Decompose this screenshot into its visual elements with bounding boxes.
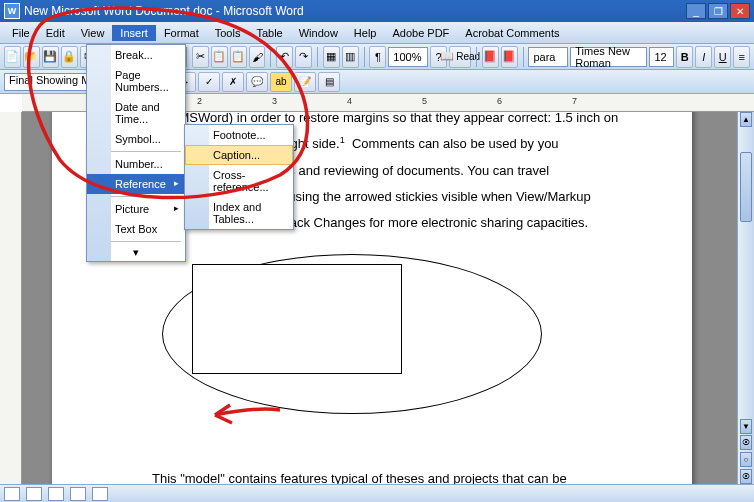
format-painter-button[interactable]: 🖌 (249, 46, 266, 68)
menu-window[interactable]: Window (291, 25, 346, 41)
show-marks-button[interactable]: ¶ (369, 46, 386, 68)
insert-menu-dropdown: Break... Page Numbers... Date and Time..… (86, 44, 186, 262)
new-doc-button[interactable]: 📄 (4, 46, 21, 68)
insert-date-time[interactable]: Date and Time... (87, 97, 185, 129)
insert-expand[interactable]: ▾ (87, 244, 185, 261)
window-title: New Microsoft Word Document.doc - Micros… (24, 4, 686, 18)
menu-file[interactable]: File (4, 25, 38, 41)
menu-tools[interactable]: Tools (207, 25, 249, 41)
ruler-mark: 3 (272, 96, 277, 106)
menu-acrobat-comments[interactable]: Acrobat Comments (457, 25, 567, 41)
doc-text: This "model" contains features typical o… (152, 471, 567, 484)
zoom-combo[interactable]: 100% (388, 47, 428, 67)
titlebar: W New Microsoft Word Document.doc - Micr… (0, 0, 754, 22)
insert-reference[interactable]: Reference (87, 174, 185, 194)
footnote-marker: 1 (340, 135, 345, 145)
menu-view[interactable]: View (73, 25, 113, 41)
ruler-mark: 6 (497, 96, 502, 106)
rectangle-shape[interactable] (192, 264, 402, 374)
next-page-button[interactable]: ⦿ (740, 469, 752, 484)
reject-button[interactable]: ✗ (222, 72, 244, 92)
print-view-button[interactable] (48, 487, 64, 501)
italic-button[interactable]: I (695, 46, 712, 68)
normal-view-button[interactable] (4, 487, 20, 501)
read-button[interactable]: 📖Read (449, 46, 471, 68)
ref-cross-reference[interactable]: Cross-reference... (185, 165, 293, 197)
insert-number[interactable]: Number... (87, 154, 185, 174)
ruler-mark: 4 (347, 96, 352, 106)
cut-button[interactable]: ✂ (192, 46, 209, 68)
copy-button[interactable]: 📋 (211, 46, 228, 68)
ruler-mark: 2 (197, 96, 202, 106)
ref-footnote[interactable]: Footnote... (185, 125, 293, 145)
statusbar (0, 484, 754, 502)
browse-object-button[interactable]: ○ (740, 452, 752, 467)
insert-symbol[interactable]: Symbol... (87, 129, 185, 149)
pdf-button[interactable]: 📕 (482, 46, 499, 68)
style-combo[interactable]: para (528, 47, 568, 67)
menu-insert[interactable]: Insert (112, 25, 156, 41)
save-button[interactable]: 💾 (42, 46, 59, 68)
minimize-button[interactable]: _ (686, 3, 706, 19)
doc-text: Comments can also be used by you (352, 136, 559, 151)
font-combo[interactable]: Times New Roman (570, 47, 647, 67)
scroll-up-arrow[interactable]: ▲ (740, 112, 752, 127)
columns-button[interactable]: ▥ (342, 46, 359, 68)
insert-break[interactable]: Break... (87, 45, 185, 65)
app-icon: W (4, 3, 20, 19)
ref-index-tables[interactable]: Index and Tables... (185, 197, 293, 229)
insert-page-numbers[interactable]: Page Numbers... (87, 65, 185, 97)
vertical-ruler[interactable] (0, 112, 22, 484)
align-button[interactable]: ≡ (733, 46, 750, 68)
prev-page-button[interactable]: ⦿ (740, 435, 752, 450)
scroll-thumb[interactable] (740, 152, 752, 222)
insert-picture[interactable]: Picture (87, 199, 185, 219)
drawing-canvas[interactable] (112, 254, 632, 414)
menu-format[interactable]: Format (156, 25, 207, 41)
maximize-button[interactable]: ❐ (708, 3, 728, 19)
close-button[interactable]: ✕ (730, 3, 750, 19)
underline-button[interactable]: U (714, 46, 731, 68)
menu-adobe-pdf[interactable]: Adobe PDF (384, 25, 457, 41)
bold-button[interactable]: B (676, 46, 693, 68)
web-view-button[interactable] (26, 487, 42, 501)
track-changes-button[interactable]: 📝 (294, 72, 316, 92)
vertical-scrollbar[interactable]: ▲ ▼ ⦿ ○ ⦿ (737, 112, 754, 484)
tables-borders-button[interactable]: ▦ (323, 46, 340, 68)
accept-button[interactable]: ✓ (198, 72, 220, 92)
paste-button[interactable]: 📋 (230, 46, 247, 68)
scroll-down-arrow[interactable]: ▼ (740, 419, 752, 434)
menubar: File Edit View Insert Format Tools Table… (0, 22, 754, 44)
menu-table[interactable]: Table (248, 25, 290, 41)
pdf-email-button[interactable]: 📕 (501, 46, 518, 68)
read-icon: 📖 (440, 50, 454, 63)
comment-button[interactable]: 💬 (246, 72, 268, 92)
highlight-button[interactable]: ab (270, 72, 292, 92)
font-size-combo[interactable]: 12 (649, 47, 674, 67)
ruler-mark: 7 (572, 96, 577, 106)
redo-button[interactable]: ↷ (295, 46, 312, 68)
undo-button[interactable]: ↶ (276, 46, 293, 68)
insert-text-box[interactable]: Text Box (87, 219, 185, 239)
reading-view-button[interactable] (92, 487, 108, 501)
permission-button[interactable]: 🔒 (61, 46, 78, 68)
outline-view-button[interactable] (70, 487, 86, 501)
ruler-mark: 5 (422, 96, 427, 106)
menu-help[interactable]: Help (346, 25, 385, 41)
reference-submenu: Footnote... Caption... Cross-reference..… (184, 124, 294, 230)
reviewing-pane-button[interactable]: ▤ (318, 72, 340, 92)
ref-caption[interactable]: Caption... (185, 145, 293, 165)
menu-edit[interactable]: Edit (38, 25, 73, 41)
open-button[interactable]: 📂 (23, 46, 40, 68)
